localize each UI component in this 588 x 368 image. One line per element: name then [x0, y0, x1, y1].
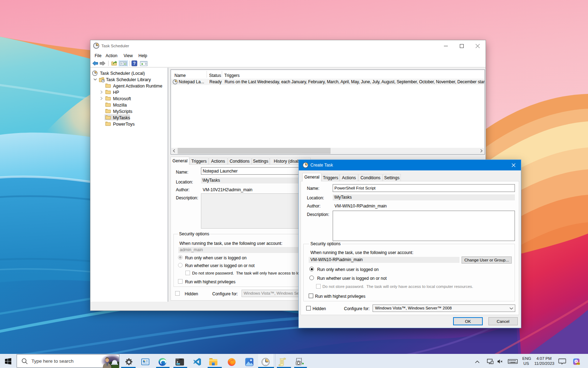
svg-text:PRE: PRE [576, 363, 580, 365]
svg-text:?: ? [133, 61, 136, 66]
